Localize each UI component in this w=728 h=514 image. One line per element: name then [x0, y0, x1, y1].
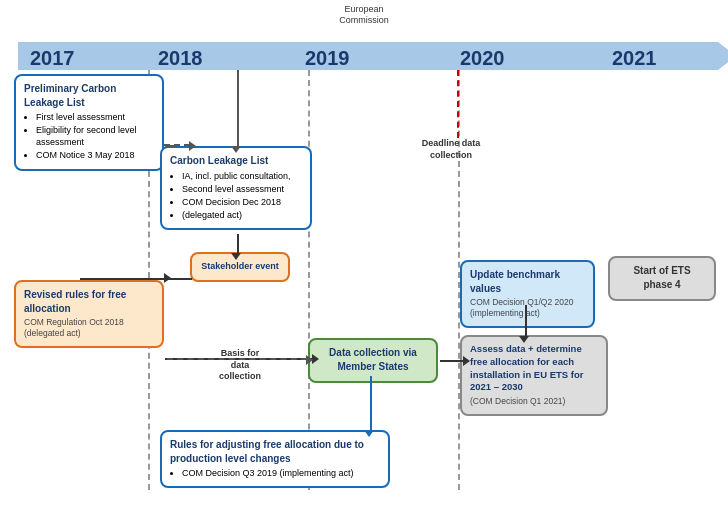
- list-item: First level assessment: [36, 111, 154, 123]
- revised-rules-line3: (delegated act): [24, 328, 154, 339]
- arrow-benchmark-assess-head: [519, 336, 529, 343]
- arrow-tl-cl-head: [231, 146, 241, 153]
- basis-data-label: Basis fordatacollection: [200, 348, 280, 383]
- dashed-arrow-prelim-cl: [164, 144, 190, 146]
- start-ets-box: Start of ETS phase 4: [608, 256, 716, 301]
- arrow-stakeholder-revised-head: [164, 273, 171, 283]
- arrow-stakeholder-revised: [80, 278, 192, 280]
- update-benchmark-line2: COM Decision Q1/Q2 2020: [470, 297, 585, 308]
- arrow-datacoll-assess: [440, 360, 464, 362]
- arrow-datacoll-rules-head: [364, 430, 374, 437]
- start-ets-title: Start of ETS phase 4: [618, 264, 706, 291]
- list-item: Eligibility for second level assessment: [36, 124, 154, 148]
- revised-rules-title: Revised rules for free allocation: [24, 288, 154, 315]
- year-2020: 2020: [460, 47, 505, 70]
- year-2017: 2017: [30, 47, 75, 70]
- timeline-arrow: [718, 42, 728, 70]
- arrow-benchmark-assess-v: [525, 305, 527, 337]
- data-collection-title: Data collection via Member States: [318, 346, 428, 373]
- preliminary-carbon-leakage-box: Preliminary Carbon Leakage List First le…: [14, 74, 164, 171]
- carbon-leakage-title: Carbon Leakage List: [170, 154, 302, 168]
- vline-2019: [308, 70, 310, 490]
- list-item: COM Decision Q3 2019 (implementing act): [182, 467, 380, 479]
- dashed-arrow-basis-datacoll: [167, 358, 307, 360]
- assess-data-box: Assess data + determine free allocation …: [460, 335, 608, 416]
- revised-rules-box: Revised rules for free allocation COM Re…: [14, 280, 164, 348]
- data-collection-box: Data collection via Member States: [308, 338, 438, 383]
- stakeholder-title: Stakeholder event: [200, 260, 280, 272]
- update-benchmark-box: Update benchmark values COM Decision Q1/…: [460, 260, 595, 328]
- year-2019: 2019: [305, 47, 350, 70]
- update-benchmark-line3: (implementing act): [470, 308, 585, 319]
- arrow-datacoll-rules: [370, 376, 372, 432]
- list-item: COM Decision Dec 2018: [182, 196, 302, 208]
- assess-data-line2: (COM Decision Q1 2021): [470, 396, 598, 407]
- update-benchmark-title: Update benchmark values: [470, 268, 585, 295]
- ec-logo: European Commission: [339, 4, 389, 26]
- list-item: COM Notice 3 May 2018: [36, 149, 154, 161]
- assess-data-title: Assess data + determine free allocation …: [470, 343, 598, 394]
- year-2021: 2021: [612, 47, 657, 70]
- preliminary-carbon-leakage-title: Preliminary Carbon Leakage List: [24, 82, 154, 109]
- rules-adjusting-title: Rules for adjusting free allocation due …: [170, 438, 380, 465]
- list-item: IA, incl. public consultation,: [182, 170, 302, 182]
- arrow-tl-cl: [237, 70, 239, 148]
- page-container: European Commission 2017 2018 2019 2020 …: [0, 0, 728, 514]
- rules-adjusting-list: COM Decision Q3 2019 (implementing act): [170, 467, 380, 479]
- carbon-leakage-box: Carbon Leakage List IA, incl. public con…: [160, 146, 312, 230]
- list-item: Second level assessment: [182, 183, 302, 195]
- carbon-leakage-list: IA, incl. public consultation, Second le…: [170, 170, 302, 222]
- rules-adjusting-box: Rules for adjusting free allocation due …: [160, 430, 390, 488]
- deadline-label: Deadline data collection: [416, 138, 486, 161]
- preliminary-carbon-leakage-list: First level assessment Eligibility for s…: [24, 111, 154, 162]
- arrow-cl-stakeholder: [237, 234, 239, 254]
- list-item: (delegated act): [182, 209, 302, 221]
- deadline-vline: [457, 70, 459, 138]
- arrow-cl-stakeholder-head: [231, 253, 241, 260]
- year-2018: 2018: [158, 47, 203, 70]
- revised-rules-line2: COM Regulation Oct 2018: [24, 317, 154, 328]
